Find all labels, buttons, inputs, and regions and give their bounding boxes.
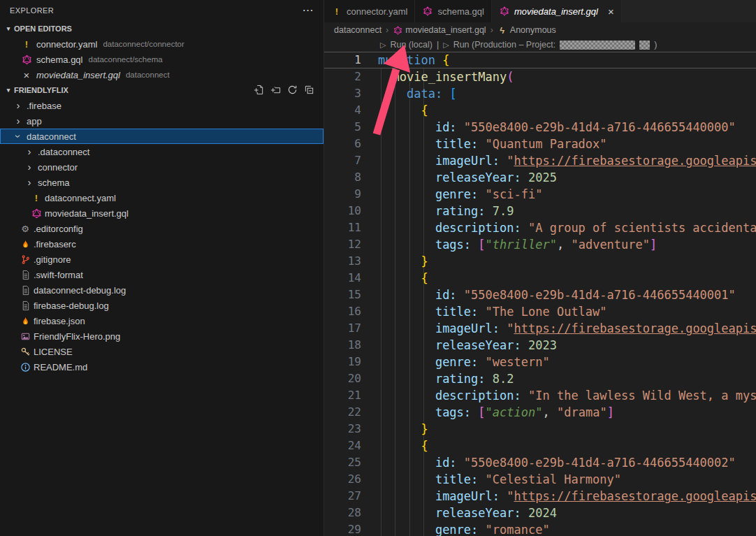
open-editor-item-schema.gql[interactable]: schema.gqldataconnect/schema: [0, 52, 324, 67]
tree-item-dataconnect.yaml[interactable]: !dataconnect.yaml: [0, 190, 324, 205]
tree-item-.editorconfig[interactable]: ⚙.editorconfig: [0, 221, 324, 236]
tree-item-LICENSE[interactable]: LICENSE: [0, 344, 324, 359]
line-number: 25: [324, 454, 378, 471]
code-line-13[interactable]: 13 }: [324, 253, 756, 270]
tree-item-.firebaserc[interactable]: .firebaserc: [0, 236, 324, 252]
open-editor-path: dataconnect/connector: [103, 40, 184, 48]
tree-item-dataconnect[interactable]: ›dataconnect: [0, 129, 324, 144]
tree-item-README.md[interactable]: README.md: [0, 359, 324, 375]
tree-item-firebase.json[interactable]: firebase.json: [0, 313, 324, 328]
code-line-10[interactable]: 10 rating: 7.9: [324, 203, 756, 219]
code-line-29[interactable]: 29 genre: "romance": [324, 521, 756, 536]
code-line-5[interactable]: 5 id: "550e8400-e29b-41d4-a716-446655440…: [324, 119, 756, 136]
breadcrumb-item-moviedata_insert.gql[interactable]: moviedata_insert.gql: [393, 25, 486, 35]
code-line-23[interactable]: 23 }: [324, 421, 756, 437]
code-line-6[interactable]: 6 title: "Quantum Paradox": [324, 136, 756, 152]
workspace-title: FRIENDLYFLIX: [14, 86, 68, 94]
codelens-run-local[interactable]: Run (local): [390, 40, 432, 50]
code-line-20[interactable]: 20 rating: 8.2: [324, 370, 756, 387]
code-line-22[interactable]: 22 tags: ["action", "drama"]: [324, 404, 756, 421]
code-line-26[interactable]: 26 title: "Celestial Harmony": [324, 471, 756, 488]
tab-connector.yaml[interactable]: !connector.yaml: [324, 0, 415, 22]
tree-item-label: FriendlyFlix-Hero.png: [34, 331, 120, 342]
code-line-19[interactable]: 19 genre: "western": [324, 354, 756, 370]
line-number: 1: [324, 52, 378, 68]
more-actions-icon[interactable]: ⋯: [303, 5, 314, 16]
tree-item-label: .editorconfig: [34, 224, 83, 234]
breadcrumb-item-dataconnect[interactable]: dataconnect: [334, 25, 381, 35]
code-line-7[interactable]: 7 imageUrl: "https://firebasestorage.goo…: [324, 152, 756, 169]
chevron-right-icon: ›: [24, 175, 35, 189]
refresh-icon[interactable]: [287, 85, 298, 96]
code-line-14[interactable]: 14 {: [324, 270, 756, 287]
line-number: 23: [324, 421, 378, 437]
workspace-actions: [254, 85, 315, 96]
code-line-18[interactable]: 18 releaseYear: 2023: [324, 337, 756, 354]
tab-label: connector.yaml: [347, 6, 407, 17]
open-editors-section-header[interactable]: ▾ OPEN EDITORS: [0, 21, 324, 36]
tab-schema.gql[interactable]: schema.gql: [415, 0, 491, 22]
workspace-section-header[interactable]: ▾ FRIENDLYFLIX: [0, 82, 324, 98]
tree-item-dataconnect-debug.log[interactable]: dataconnect-debug.log: [0, 282, 324, 298]
tab-bar: !connector.yamlschema.gqlmoviedata_inser…: [324, 0, 756, 22]
tree-item-moviedata_insert.gql[interactable]: moviedata_insert.gql: [0, 205, 324, 221]
tree-item-label: connector: [38, 162, 78, 173]
close-icon[interactable]: ×: [21, 69, 32, 80]
tree-item-FriendlyFlix-Hero.png[interactable]: FriendlyFlix-Hero.png: [0, 328, 324, 344]
tab-moviedata_insert.gql[interactable]: moviedata_insert.gql×: [492, 0, 622, 22]
graphql-icon: [422, 6, 433, 17]
chevron-down-icon: ▾: [3, 87, 14, 94]
open-editor-item-connector.yaml[interactable]: !connector.yamldataconnect/connector: [0, 36, 324, 52]
code-line-21[interactable]: 21 description: "In the lawless Wild Wes…: [324, 387, 756, 404]
tree-item-label: firebase-debug.log: [34, 300, 109, 311]
new-folder-icon[interactable]: [270, 85, 282, 96]
code-line-8[interactable]: 8 releaseYear: 2025: [324, 169, 756, 186]
open-editor-item-moviedata_insert.gql[interactable]: ×moviedata_insert.gqldataconnect: [0, 67, 324, 82]
codelens-run-production[interactable]: Run (Production – Project:: [453, 40, 556, 50]
firebase-icon: [20, 238, 31, 249]
code-line-text: }: [378, 253, 428, 270]
tree-item-.dataconnect[interactable]: ›.dataconnect: [0, 144, 324, 159]
tree-item-connector[interactable]: ›connector: [0, 159, 324, 175]
tree-item-schema[interactable]: ›schema: [0, 175, 324, 190]
code-line-4[interactable]: 4 {: [324, 102, 756, 119]
code-line-15[interactable]: 15 id: "550e8400-e29b-41d4-a716-44665544…: [324, 287, 756, 303]
code-line-16[interactable]: 16 title: "The Lone Outlaw": [324, 303, 756, 320]
code-line-3[interactable]: 3 data: [: [324, 85, 756, 102]
code-line-text: tags: ["thriller", "adventure"]: [378, 236, 657, 253]
git-icon: [20, 254, 31, 265]
line-number: 6: [324, 136, 378, 152]
code-line-27[interactable]: 27 imageUrl: "https://firebasestorage.go…: [324, 488, 756, 505]
tree-item-.gitignore[interactable]: .gitignore: [0, 252, 324, 267]
tree-item-.firebase[interactable]: ›.firebase: [0, 98, 324, 113]
code-line-text: genre: "western": [378, 354, 550, 370]
code-line-text: imageUrl: "https://firebasestorage.googl…: [378, 320, 756, 337]
code-line-25[interactable]: 25 id: "550e8400-e29b-41d4-a716-44665544…: [324, 454, 756, 471]
warning-icon: !: [21, 38, 32, 50]
breadcrumb-item-Anonymous[interactable]: ϟAnonymous: [497, 25, 556, 35]
code-line-17[interactable]: 17 imageUrl: "https://firebasestorage.go…: [324, 320, 756, 337]
chevron-right-icon: ›: [24, 160, 35, 174]
code-line-1[interactable]: 1mutation {: [324, 52, 756, 68]
code-line-text: genre: "romance": [378, 521, 550, 536]
tree-item-firebase-debug.log[interactable]: firebase-debug.log: [0, 298, 324, 313]
code-line-28[interactable]: 28 releaseYear: 2024: [324, 505, 756, 521]
code-line-text: releaseYear: 2024: [378, 505, 557, 521]
breadcrumb-label: Anonymous: [510, 25, 556, 35]
code-line-2[interactable]: 2 movie_insertMany(: [324, 68, 756, 85]
tree-item-label: .swift-format: [34, 270, 83, 280]
close-icon[interactable]: ×: [608, 6, 614, 17]
code-line-24[interactable]: 24 {: [324, 437, 756, 454]
line-number: 28: [324, 505, 378, 521]
collapse-all-icon[interactable]: [304, 85, 315, 96]
code-line-9[interactable]: 9 genre: "sci-fi": [324, 186, 756, 203]
code-line-text: imageUrl: "https://firebasestorage.googl…: [378, 488, 756, 505]
code-line-11[interactable]: 11 description: "A group of scientists a…: [324, 219, 756, 236]
breadcrumb-label: moviedata_insert.gql: [405, 25, 486, 35]
new-file-icon[interactable]: [254, 85, 265, 96]
code-line-12[interactable]: 12 tags: ["thriller", "adventure"]: [324, 236, 756, 253]
line-number: 16: [324, 303, 378, 320]
tree-item-app[interactable]: ›app: [0, 113, 324, 129]
tree-item-.swift-format[interactable]: .swift-format: [0, 267, 324, 282]
code-area[interactable]: 1mutation {2 movie_insertMany(3 data: [4…: [324, 52, 756, 536]
